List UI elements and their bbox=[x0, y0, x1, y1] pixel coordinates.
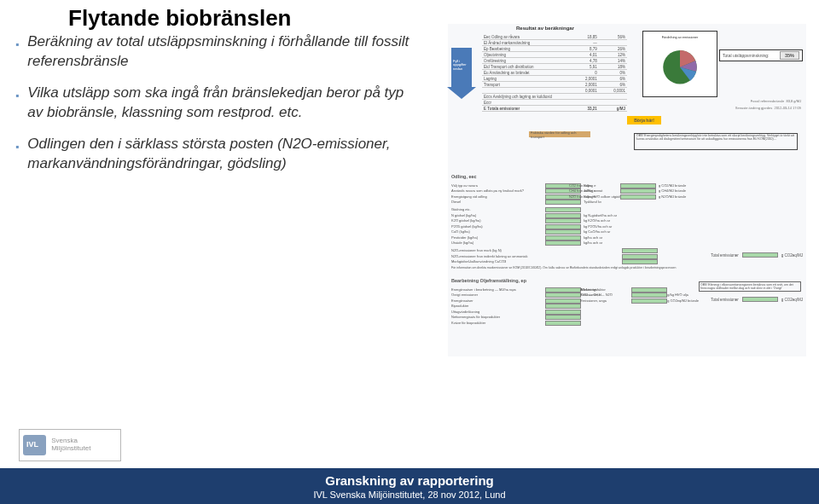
bullet-text: Odlingen den i särklass största posten (… bbox=[27, 135, 412, 174]
arrow-label: Fyll i uppgifter nedan bbox=[453, 60, 472, 71]
results-table: Eec Odling av råvara18,8556%El Ändrad ma… bbox=[482, 34, 627, 112]
embedded-calc-sheet: Resultat av beräkningar Fyll i uppgifter… bbox=[448, 24, 806, 356]
bullet-text: Vilka utsläpp som ska ingå från bränslek… bbox=[27, 84, 412, 123]
bullet-icon: ▪ bbox=[15, 140, 19, 154]
bullet-item: ▪Beräkning av total utsläppsminskning i … bbox=[15, 32, 412, 72]
bear-right-row: Allokeringsfaktor bbox=[580, 287, 699, 293]
bullet-item: ▪Odlingen den i särklass största posten … bbox=[15, 135, 412, 174]
odling-row: Markgödsel-kalkanvändning CaCO3 bbox=[451, 259, 801, 264]
bullet-item: ▪Vilka utsläpp som ska ingå från bränsle… bbox=[15, 84, 412, 123]
result-row: Transport2,00016% bbox=[482, 82, 627, 88]
logo-mark-icon bbox=[23, 435, 46, 455]
odling-row: Gödning etc. bbox=[451, 207, 801, 212]
bullet-icon: ▪ bbox=[15, 38, 19, 51]
result-row: 0,00010,0001 bbox=[482, 88, 627, 94]
bear-row: Nettoenergisats för bioprodukter bbox=[451, 315, 801, 320]
start-here-badge: Börja här! bbox=[627, 116, 661, 125]
odling-row: N gödsel (kg/ha)kg N-gödsel/ha och år bbox=[451, 213, 801, 218]
odling-row: K2O gödsel (kg/ha)kg K2O/ha och år bbox=[451, 218, 801, 223]
odling-emission-row: N2O från odling eg N2O/MJ bränsle bbox=[569, 194, 699, 200]
result-row: El Ändrad markanvändning— bbox=[482, 40, 627, 46]
bullet-text: Beräkning av total utsläppsminskning i f… bbox=[27, 32, 412, 72]
bear-obs: OBS! Elenergi i elkonsumtionsregionen be… bbox=[699, 281, 801, 292]
bearbetning-heading: Bearbetning Oljeframställning, ep bbox=[451, 278, 526, 283]
meta-ref: Fossil referensbränsle 83,8 g/MJ bbox=[751, 99, 801, 103]
result-row: Oljeutvinning4,0112% bbox=[482, 52, 627, 58]
footer: Granskning av rapportering IVL Svenska M… bbox=[0, 468, 819, 504]
bullet-list: ▪Beräkning av total utsläppsminskning i … bbox=[15, 32, 412, 186]
result-row: Ep Bearbetning8,7926% bbox=[482, 46, 627, 52]
bear-row: Kväve för bioprodukter bbox=[451, 321, 801, 326]
result-row: Lagring2,00016% bbox=[482, 76, 627, 82]
odling-row: Pesticider (kg/ha)kg/ha och år bbox=[451, 235, 801, 240]
bear-right-row: Emissioner, elg/kg HVO olja bbox=[580, 293, 699, 298]
total-reduction-box: Total utsläppsminskning: 35% bbox=[719, 49, 803, 61]
odling-note: För information om direkta markemissione… bbox=[451, 266, 801, 269]
ivl-logo: Svenska Miljöinstitutet bbox=[19, 429, 121, 461]
odling-row: P2O5 gödsel (kg/ha)kg P2O5/ha och år bbox=[451, 224, 801, 229]
result-row: Eccs Avskiljning och lagring av koldioxi… bbox=[482, 94, 627, 100]
actual-values-bar: Faktiska värden för odling och transport bbox=[529, 131, 590, 137]
bear-block: Energiinsatser i bearbetning — MJ/ha rap… bbox=[451, 287, 801, 339]
footer-subtitle: IVL Svenska Miljöinstitutet, 28 nov 2012… bbox=[313, 490, 505, 500]
bear-right-row: Emissioner, ångag CO2eq/MJ bränsle bbox=[580, 298, 699, 304]
bear-total: Total emissionerg CO2eq/MJ bbox=[711, 297, 803, 302]
odling-row: DieselTyskland kv bbox=[451, 200, 801, 205]
total-label: Total utsläppsminskning: bbox=[723, 53, 769, 58]
slide-title: Flytande biobränslen bbox=[68, 5, 292, 32]
odling-emission-row: CH4 från odling eg CH4/MJ bränsle bbox=[569, 188, 699, 194]
pie-title: Fördelning av emissioner bbox=[662, 36, 699, 39]
result-row: Omförestring4,7814% bbox=[482, 58, 627, 64]
logo-text: Svenska Miljöinstitutet bbox=[51, 437, 117, 453]
slide: Flytande biobränslen ▪Beräkning av total… bbox=[0, 0, 819, 504]
meta-date: Senaste ändring gjordes 2012-03-14 17:09 bbox=[735, 106, 801, 110]
obs-note: OBS! Energimyndighetens beräkningsverkty… bbox=[634, 133, 798, 150]
odling-row: Utsäde (kg/ha)kg/ha och år bbox=[451, 240, 801, 246]
footer-title: Granskning av rapportering bbox=[325, 473, 494, 488]
result-row: Eec Odling av råvara18,8556% bbox=[482, 34, 627, 40]
odling-heading: Odling, eec bbox=[451, 174, 477, 179]
odling-total: Total emissionerg CO2eq/MJ bbox=[711, 252, 803, 258]
total-pct: 35% bbox=[780, 51, 799, 60]
result-row: Eccr bbox=[482, 100, 627, 106]
pie-chart: Fördelning av emissioner bbox=[642, 31, 717, 97]
bear-row: Uttagvärdinläsning bbox=[451, 310, 801, 315]
result-row: E Totala emissioner33,21g/MJ bbox=[482, 106, 627, 112]
odling-emission-row: CO2 från odling eg CO2/MJ bränsle bbox=[569, 183, 699, 188]
result-row: Eu Användning av bränslet00% bbox=[482, 70, 627, 76]
result-row: Etd Transport och distribution5,9118% bbox=[482, 64, 627, 70]
fill-arrow: Fyll i uppgifter nedan bbox=[451, 48, 472, 87]
bear-row: Biprodukter bbox=[451, 304, 801, 309]
result-heading: Resultat av beräkningar bbox=[516, 26, 574, 31]
bullet-icon: ▪ bbox=[15, 89, 19, 102]
odling-row: CaO (kg/ha)kg CaO/ha och år bbox=[451, 229, 801, 235]
